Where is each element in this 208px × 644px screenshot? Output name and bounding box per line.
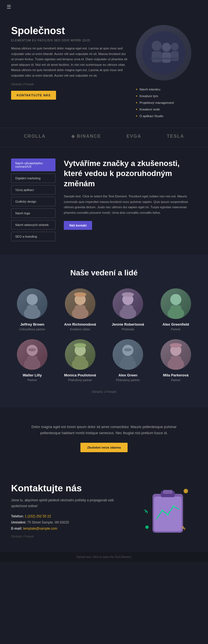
- team-credit: Obrázky z Freepik: [11, 390, 197, 399]
- service-btn-graphic[interactable]: Grafický design: [11, 197, 55, 206]
- team-member-ann: Ann Richmondová Kreativní vůdce: [59, 288, 102, 331]
- hero-content-right: Návrh interiéruKreativní týmProjektový m…: [136, 25, 197, 119]
- services-content: Vytváříme značky a zkušenosti, které ved…: [64, 159, 197, 230]
- cta-button[interactable]: Zkušební verze zdarma: [80, 443, 127, 452]
- member-role-alex-greenfield: Partner: [155, 328, 197, 331]
- avatar-monica: [65, 339, 95, 370]
- hero-image-credit: Obrázek z Freepik: [11, 83, 128, 86]
- avatar-walter: [17, 339, 47, 370]
- service-btn-apps[interactable]: Vývoj aplikací: [11, 185, 55, 195]
- hero-list-item: Návrh interiéru: [136, 86, 197, 93]
- footer-text: Sample text. Click to select the Text El…: [76, 555, 132, 559]
- contact-email-label: E-mail:: [11, 527, 22, 530]
- hero-body-text: Massa ultrices mi quis hendrerit dolor m…: [11, 46, 128, 78]
- svg-point-44: [173, 505, 174, 507]
- member-name-alex-greenfield: Alex Greenfield: [155, 322, 197, 326]
- logo-binance: ◈ BINANCE: [71, 134, 101, 139]
- hamburger-menu-icon[interactable]: ☰: [7, 4, 11, 10]
- svg-point-29: [74, 343, 86, 348]
- team-member-monica: Monica Pouliotová Přidružený partner: [59, 339, 102, 382]
- hero-list-item: Projektový management: [136, 99, 197, 106]
- svg-point-43: [167, 514, 169, 515]
- services-menu: Návrh uživatelského rozhraní/UX Digitáln…: [11, 159, 55, 243]
- hero-content-left: Společnost ELEMENTUM EU FACILISIS SED OD…: [11, 25, 128, 100]
- contact-illustration-area: [136, 483, 197, 538]
- svg-rect-13: [75, 305, 86, 315]
- team-member-jeffrey: Jeffrey Brown Celosvětový partner: [11, 288, 54, 331]
- avatar-jennie: [113, 288, 143, 319]
- member-name-alex-green: Alex Green: [107, 373, 149, 377]
- svg-point-8: [27, 294, 38, 305]
- svg-rect-10: [27, 305, 38, 315]
- contact-phone-value[interactable]: 1 (232) 252 55 22: [25, 514, 51, 518]
- services-title: Vytváříme značky a zkušenosti, které ved…: [64, 159, 197, 189]
- logos-section: CROLLA ◈ BINANCE EVGA TESLA: [0, 128, 208, 147]
- service-btn-marketing[interactable]: Digitální marketing: [11, 173, 55, 183]
- svg-rect-24: [27, 356, 38, 366]
- service-btn-logo[interactable]: Návrh loga: [11, 208, 55, 218]
- top-navigation: ☰: [0, 0, 208, 14]
- hero-section: Společnost ELEMENTUM EU FACILISIS SED OD…: [0, 14, 208, 128]
- contact-title: Kontaktujte nás: [11, 483, 128, 494]
- services-contact-button[interactable]: Náš kontakt: [64, 221, 92, 230]
- cta-section: Dolor magna eget est lorem ipsum dolor s…: [0, 407, 208, 469]
- contact-location: Umístění: 75 Street Sample, WI 63025: [11, 520, 128, 524]
- hero-list: Návrh interiéruKreativní týmProjektový m…: [136, 86, 197, 119]
- hero-list-item: Kreativní směr: [136, 106, 197, 113]
- team-title: Naše vedení a lidé: [11, 268, 197, 277]
- team-section: Naše vedení a lidé Jeffrey Brown Celosvě…: [0, 255, 208, 407]
- member-name-jeffrey: Jeffrey Brown: [11, 322, 54, 326]
- logo-tesla: TESLA: [167, 134, 184, 139]
- contact-location-value: 75 Street Sample, WI 63025: [27, 520, 69, 524]
- avatar-jeffrey: [17, 288, 47, 319]
- svg-rect-41: [163, 490, 173, 494]
- avatar-alex-greenfield: [161, 288, 191, 319]
- footer: Sample text. Click to select the Text El…: [0, 552, 208, 562]
- svg-point-19: [170, 294, 181, 305]
- svg-rect-17: [122, 305, 133, 315]
- team-member-walter: Walter Lilly Partner: [11, 339, 54, 382]
- team-member-jennie: Jennie Robertsová Předseda: [107, 288, 149, 331]
- member-name-monica: Monica Pouliotová: [59, 373, 102, 377]
- member-name-mila: Mila Parkerová: [155, 373, 197, 377]
- svg-rect-4: [162, 52, 171, 63]
- team-grid-row1: Jeffrey Brown Celosvětový partner Ann Ri…: [11, 288, 197, 331]
- service-btn-web[interactable]: Návrh webových stránek: [11, 220, 55, 230]
- contact-illustration: [139, 483, 194, 538]
- member-name-walter: Walter Lilly: [11, 373, 54, 377]
- svg-point-1: [152, 41, 162, 51]
- svg-point-45: [184, 489, 188, 493]
- svg-point-46: [145, 525, 149, 529]
- member-role-walter: Partner: [11, 378, 54, 382]
- contact-phone-label: Telefon:: [11, 514, 24, 518]
- svg-point-3: [162, 43, 171, 52]
- contact-section: Kontaktujte nás Jsme tu, abychom splnili…: [0, 469, 208, 552]
- service-btn-ux[interactable]: Návrh uživatelského rozhraní/UX: [11, 159, 55, 171]
- team-member-mila: Mila Parkerová Partner: [155, 339, 197, 382]
- member-name-jennie: Jennie Robertsová: [107, 322, 149, 326]
- team-grid-row2: Walter Lilly Partner Monica Pouliotová P…: [11, 339, 197, 382]
- avatar-mila: [161, 339, 191, 370]
- member-role-alex-green: Přidružený partner: [107, 378, 149, 382]
- contact-body-text: Jsme tu, abychom splnili jakékoli obchod…: [11, 497, 128, 509]
- contact-button[interactable]: KONTAKTUJTE NÁS: [11, 91, 56, 100]
- contact-phone: Telefon: 1 (232) 252 55 22: [11, 514, 128, 518]
- member-role-jeffrey: Celosvětový partner: [11, 328, 54, 331]
- contact-credit: Obrázek z Freepik: [11, 535, 128, 538]
- hero-list-item: O aplikaci Studio: [136, 113, 197, 119]
- hero-title: Společnost: [11, 25, 128, 37]
- svg-rect-6: [171, 51, 179, 61]
- avatar-ann: [65, 288, 95, 319]
- contact-email-value[interactable]: template@sample.com: [23, 527, 57, 530]
- hero-list-item: Kreativní tým: [136, 93, 197, 99]
- contact-content-left: Kontaktujte nás Jsme tu, abychom splnili…: [11, 483, 128, 538]
- svg-rect-21: [170, 305, 181, 315]
- logo-evga: EVGA: [126, 134, 141, 139]
- contact-email: E-mail: template@sample.com: [11, 527, 128, 530]
- hero-subtitle: ELEMENTUM EU FACILISIS SED ODIO MORBI QU…: [11, 39, 128, 42]
- svg-point-14: [74, 292, 86, 297]
- svg-point-37: [170, 343, 182, 348]
- member-role-jennie: Předseda: [107, 328, 149, 331]
- team-member-alex-g: Alex Greenfield Partner: [155, 288, 197, 331]
- service-btn-seo[interactable]: SEO a branding: [11, 232, 55, 241]
